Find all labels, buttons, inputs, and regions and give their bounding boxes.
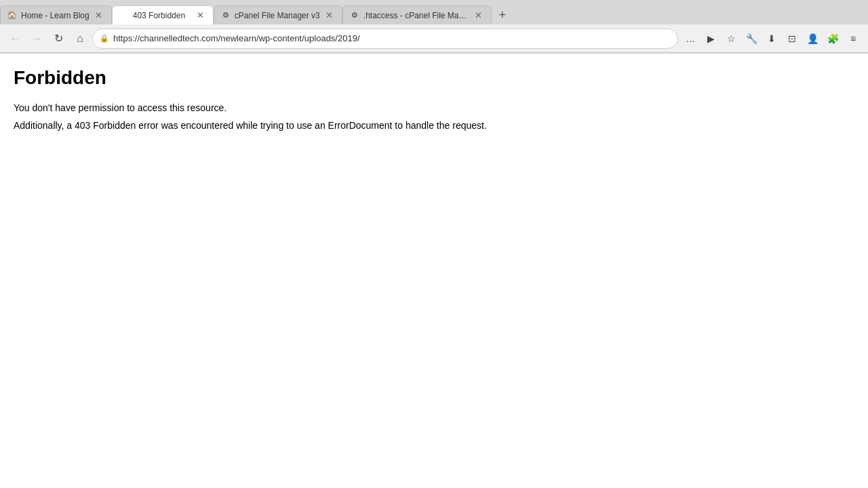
tab-htaccess-cpanel[interactable]: ⚙ .htaccess - cPanel File Manag... ✕ xyxy=(342,5,492,24)
error-line2: Additionally, a 403 Forbidden error was … xyxy=(14,120,854,131)
error-title: Forbidden xyxy=(14,67,854,89)
forward-button[interactable]: → xyxy=(27,29,46,48)
tab-favicon-4: ⚙ xyxy=(350,11,359,20)
shield-icon: 🔒 xyxy=(100,34,109,43)
tab-403-forbidden[interactable]: 403 Forbidden ✕ xyxy=(112,5,214,24)
download-button[interactable]: ⬇ xyxy=(762,29,781,48)
wrench-button[interactable]: 🔧 xyxy=(742,29,761,48)
new-tab-button[interactable]: + xyxy=(493,5,512,24)
tab-label-1: Home - Learn Blog xyxy=(21,11,90,20)
browser-chrome: 🏠 Home - Learn Blog ✕ 403 Forbidden ✕ ⚙ … xyxy=(0,0,868,54)
synced-button[interactable]: ⊡ xyxy=(783,29,802,48)
more-button[interactable]: … xyxy=(681,29,700,48)
tab-close-3[interactable]: ✕ xyxy=(324,10,335,21)
tab-favicon-3: ⚙ xyxy=(221,11,231,20)
reload-button[interactable]: ↻ xyxy=(49,29,68,48)
tab-bar: 🏠 Home - Learn Blog ✕ 403 Forbidden ✕ ⚙ … xyxy=(0,0,868,24)
menu-button[interactable]: ≡ xyxy=(844,29,863,48)
tab-cpanel-file-manager[interactable]: ⚙ cPanel File Manager v3 ✕ xyxy=(214,5,342,24)
extensions-button[interactable]: 🧩 xyxy=(823,29,842,48)
tab-label-4: .htaccess - cPanel File Manag... xyxy=(363,11,469,20)
address-bar-container: 🔒 xyxy=(92,28,678,49)
tab-label-3: cPanel File Manager v3 xyxy=(235,11,320,20)
error-line1: You don't have permission to access this… xyxy=(14,102,854,113)
page-content: Forbidden You don't have permission to a… xyxy=(0,54,868,488)
address-bar-input[interactable] xyxy=(113,33,671,43)
back-button[interactable]: ← xyxy=(5,29,24,48)
home-button[interactable]: ⌂ xyxy=(71,29,90,48)
tab-close-2[interactable]: ✕ xyxy=(195,10,206,21)
toolbar-right-buttons: … ▶ ☆ 🔧 ⬇ ⊡ 👤 🧩 ≡ xyxy=(681,29,863,48)
profile-button[interactable]: 👤 xyxy=(803,29,822,48)
toolbar: ← → ↻ ⌂ 🔒 … ▶ ☆ 🔧 ⬇ ⊡ 👤 🧩 ≡ xyxy=(0,24,868,53)
tab-favicon-2 xyxy=(119,11,129,20)
tab-close-1[interactable]: ✕ xyxy=(94,10,104,21)
bookmark-button[interactable]: ☆ xyxy=(722,29,741,48)
tab-home-learn-blog[interactable]: 🏠 Home - Learn Blog ✕ xyxy=(0,5,112,24)
tab-label-2: 403 Forbidden xyxy=(133,11,191,20)
pocket-button[interactable]: ▶ xyxy=(701,29,720,48)
tab-favicon-1: 🏠 xyxy=(7,11,17,20)
tab-close-4[interactable]: ✕ xyxy=(473,10,484,21)
